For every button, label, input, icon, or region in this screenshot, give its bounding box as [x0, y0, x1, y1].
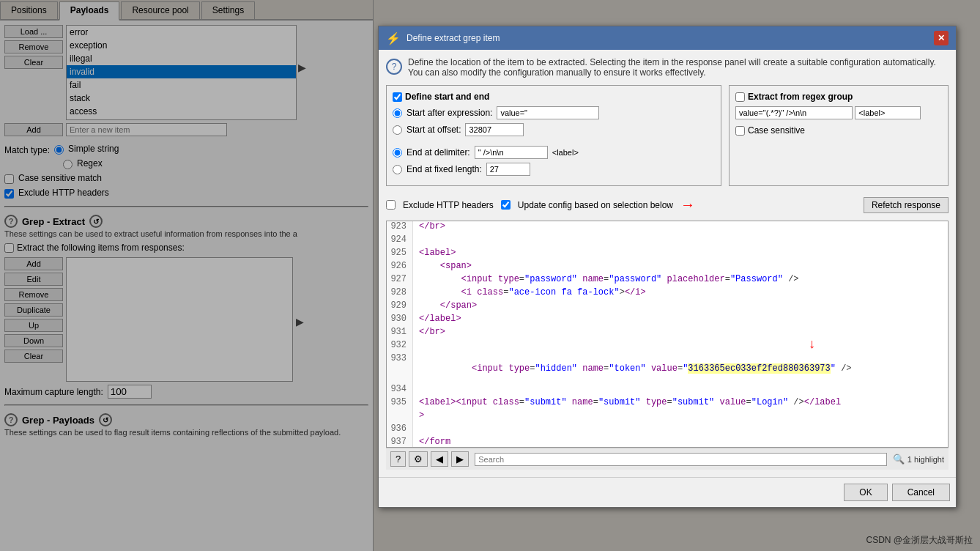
code-line: 935 <label><input class="submit" name="s…: [387, 397, 948, 410]
end-delimiter-row: End at delimiter: <label>: [393, 146, 715, 159]
back-button[interactable]: ◀: [431, 451, 448, 467]
case-sensitive-regex-checkbox[interactable]: [735, 126, 745, 136]
refetch-arrow: →: [680, 196, 695, 213]
code-line: 927 <input type="password" name="passwor…: [387, 274, 948, 287]
end-fixed-label: End at fixed length:: [407, 164, 482, 174]
code-line: 928 <i class="ace-icon fa fa-lock"></i>: [387, 287, 948, 300]
code-line: 925 <label>: [387, 248, 948, 261]
modal-define-extract: ⚡ Define extract grep item ✕ ? Define th…: [378, 26, 957, 508]
modal-body: ? Define the location of the item to be …: [379, 50, 956, 477]
start-after-input[interactable]: [497, 106, 599, 119]
start-offset-label: Start at offset:: [407, 125, 461, 135]
regex-group-checkbox[interactable]: [735, 92, 745, 102]
regex-box: Extract from regex group Case sensitive: [729, 85, 949, 186]
code-line: 929 </span>: [387, 300, 948, 314]
end-delimiter-input[interactable]: [475, 146, 548, 159]
modal-exclude-http-checkbox[interactable]: [386, 200, 396, 210]
start-offset-row: Start at offset:: [393, 123, 715, 136]
code-line: 932: [387, 340, 948, 353]
start-offset-input[interactable]: [465, 123, 524, 136]
code-line: >: [387, 410, 948, 424]
cancel-button[interactable]: Cancel: [892, 484, 950, 501]
code-line: 934: [387, 384, 948, 397]
define-start-end-checkbox[interactable]: [393, 92, 402, 102]
search-input[interactable]: [475, 453, 887, 466]
settings-button[interactable]: ⚙: [409, 451, 428, 467]
end-fixed-radio[interactable]: [393, 165, 402, 174]
regex-group-label: Extract from regex group: [748, 92, 853, 102]
code-line: 926 <span>: [387, 261, 948, 274]
start-after-radio[interactable]: [393, 108, 402, 118]
modal-config-area: Define start and end Start after express…: [386, 85, 949, 186]
forward-button[interactable]: ▶: [451, 451, 469, 467]
token-arrow: ↓: [808, 337, 816, 352]
define-start-end-label: Define start and end: [405, 92, 489, 102]
modal-update-config-checkbox[interactable]: [501, 200, 511, 210]
modal-info-row: ? Define the location of the item to be …: [386, 57, 949, 78]
ok-button[interactable]: OK: [844, 484, 887, 501]
highlight-count: 1 highlight: [907, 455, 944, 464]
info-icon: ?: [386, 59, 402, 75]
start-after-row: Start after expression:: [393, 106, 715, 119]
modal-options-row: Exclude HTTP headers Update config based…: [386, 193, 949, 216]
code-line: 924: [387, 234, 948, 248]
modal-update-config-label: Update config based on selection below: [518, 200, 673, 210]
code-line: 931 </br>: [387, 327, 948, 340]
modal-close-button[interactable]: ✕: [934, 31, 949, 45]
help-button[interactable]: ?: [390, 451, 406, 467]
regex-label-input[interactable]: [855, 106, 921, 119]
code-line: 930 </label>: [387, 314, 948, 327]
code-line: 937 </form: [387, 437, 948, 448]
end-delimiter-radio[interactable]: [393, 148, 402, 158]
regex-input[interactable]: [735, 106, 853, 119]
start-after-label: Start after expression:: [407, 108, 492, 118]
search-icon: 🔍: [893, 454, 905, 465]
refetch-button[interactable]: Refetch response: [864, 197, 949, 213]
end-fixed-input[interactable]: [486, 163, 530, 176]
end-delimiter-label: End at delimiter:: [407, 147, 470, 158]
modal-exclude-http-label: Exclude HTTP headers: [403, 200, 494, 210]
end-fixed-row: End at fixed length:: [393, 163, 715, 176]
modal-lightning-icon: ⚡: [386, 32, 401, 45]
modal-title: Define extract grep item: [407, 33, 500, 43]
end-label-tag: <label>: [552, 148, 579, 157]
code-viewer[interactable]: 923 </br> 924 925 <label> 926 <span> 927…: [386, 221, 949, 448]
case-sensitive-regex-label: Case sensitive: [748, 125, 805, 136]
code-line-933: 933 <input type="hidden" name="token" va…: [387, 353, 948, 384]
code-line: 923 </br>: [387, 221, 948, 234]
define-start-end-box: Define start and end Start after express…: [386, 85, 721, 186]
modal-toolbar: ? ⚙ ◀ ▶ 🔍 1 highlight: [386, 448, 949, 470]
modal-info-text: Define the location of the item to be ex…: [408, 57, 949, 78]
start-offset-radio[interactable]: [393, 125, 402, 135]
modal-titlebar: ⚡ Define extract grep item ✕: [379, 26, 956, 50]
code-line: 936: [387, 424, 948, 437]
modal-footer: OK Cancel: [379, 477, 956, 507]
